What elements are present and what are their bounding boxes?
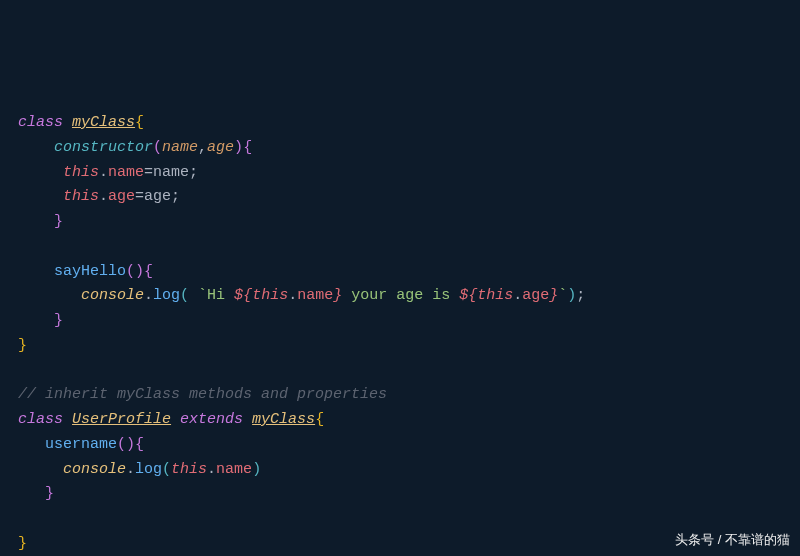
line-13: class UserProfile extends myClass{ bbox=[18, 411, 324, 428]
watermark-text: 头条号 / 不靠谱的猫 bbox=[675, 529, 790, 550]
line-7: sayHello(){ bbox=[18, 263, 153, 280]
line-18: } bbox=[18, 535, 27, 552]
line-9: } bbox=[18, 312, 63, 329]
line-15: console.log(this.name) bbox=[18, 461, 261, 478]
line-3: this.name=name; bbox=[18, 164, 198, 181]
code-block: class myClass{ constructor(name,age){ th… bbox=[18, 111, 782, 556]
line-1: class myClass{ bbox=[18, 114, 144, 131]
line-8: console.log( `Hi ${this.name} your age i… bbox=[18, 287, 585, 304]
line-5: } bbox=[18, 213, 63, 230]
line-16: } bbox=[18, 485, 54, 502]
line-2: constructor(name,age){ bbox=[18, 139, 252, 156]
line-12: // inherit myClass methods and propertie… bbox=[18, 386, 387, 403]
line-14: username(){ bbox=[18, 436, 144, 453]
line-4: this.age=age; bbox=[18, 188, 180, 205]
line-10: } bbox=[18, 337, 27, 354]
